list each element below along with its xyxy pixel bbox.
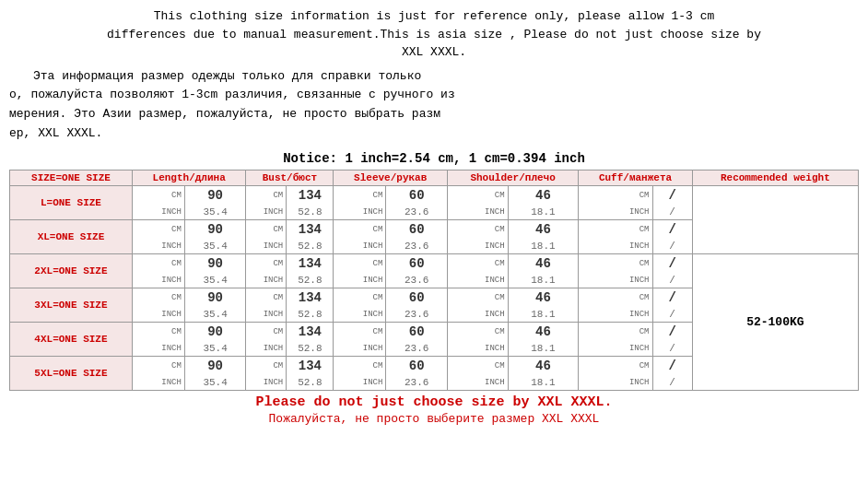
unit-cm: CM: [334, 219, 386, 239]
size-label: 5XL=ONE SIZE: [10, 356, 133, 390]
unit-inch: INCH: [334, 307, 386, 323]
value-cell: 90: [184, 288, 246, 307]
size-label: 4XL=ONE SIZE: [10, 322, 133, 356]
value-cell: 18.1: [508, 307, 579, 323]
unit-cm: CM: [447, 322, 508, 341]
header-recommended: Recommended weight: [692, 170, 858, 185]
value-cell: 18.1: [508, 205, 579, 220]
value-cell: 23.6: [386, 239, 448, 254]
value-cell: /: [652, 322, 692, 341]
value-cell: 23.6: [386, 205, 448, 220]
unit-inch: INCH: [132, 307, 184, 323]
value-cell: 23.6: [386, 375, 448, 391]
unit-inch: INCH: [132, 341, 184, 357]
value-cell: 134: [287, 219, 334, 239]
unit-cm: CM: [447, 288, 508, 307]
value-cell: /: [652, 205, 692, 220]
value-cell: 90: [184, 253, 246, 273]
unit-cm: CM: [447, 356, 508, 375]
unit-cm: CM: [132, 219, 184, 239]
value-cell: 134: [287, 322, 334, 341]
value-cell: 35.4: [184, 239, 246, 254]
unit-cm: CM: [132, 356, 184, 375]
unit-inch: INCH: [246, 375, 287, 391]
size-label: 3XL=ONE SIZE: [10, 288, 133, 322]
value-cell: 46: [508, 185, 579, 205]
value-cell: 35.4: [184, 307, 246, 323]
value-cell: 23.6: [386, 307, 448, 323]
unit-inch: INCH: [579, 205, 652, 220]
unit-inch: INCH: [334, 239, 386, 254]
unit-inch: INCH: [447, 205, 508, 220]
unit-cm: CM: [334, 356, 386, 375]
unit-inch: INCH: [246, 341, 287, 357]
unit-cm: CM: [334, 185, 386, 205]
main-container: This clothing size information is just f…: [0, 0, 868, 433]
header-cuff: Cuff/манжета: [579, 170, 692, 185]
notice-line3: XXL XXXL.: [402, 45, 466, 59]
value-cell: 60: [386, 219, 448, 239]
value-cell: 60: [386, 185, 448, 205]
unit-cm: CM: [579, 219, 652, 239]
table-row: INCH35.4INCH52.8INCH23.6INCH18.1INCH/: [10, 205, 859, 220]
unit-inch: INCH: [447, 307, 508, 323]
size-table: SIZE=ONE SIZE Length/длина Bust/бюст Sle…: [9, 170, 859, 391]
value-cell: 35.4: [184, 273, 246, 288]
size-label: L=ONE SIZE: [10, 185, 133, 219]
unit-inch: INCH: [132, 375, 184, 391]
unit-inch: INCH: [579, 375, 652, 391]
table-row: INCH35.4INCH52.8INCH23.6INCH18.1INCH/: [10, 239, 859, 254]
value-cell: /: [652, 341, 692, 357]
table-header-row: SIZE=ONE SIZE Length/длина Bust/бюст Sle…: [10, 170, 859, 185]
unit-inch: INCH: [334, 341, 386, 357]
value-cell: 134: [287, 288, 334, 307]
value-cell: /: [652, 239, 692, 254]
unit-cm: CM: [132, 288, 184, 307]
unit-cm: CM: [334, 253, 386, 273]
value-cell: 18.1: [508, 273, 579, 288]
value-cell: 35.4: [184, 341, 246, 357]
unit-inch: INCH: [447, 375, 508, 391]
value-cell: 90: [184, 356, 246, 375]
value-cell: 46: [508, 356, 579, 375]
unit-cm: CM: [132, 185, 184, 205]
unit-cm: CM: [579, 356, 652, 375]
unit-inch: INCH: [579, 239, 652, 254]
value-cell: 52.8: [287, 273, 334, 288]
russian-line4: ер, XXL XXXL.: [9, 126, 102, 140]
measurement-notice: Notice: 1 inch=2.54 cm, 1 cm=0.394 inch: [9, 151, 859, 166]
table-row: XL=ONE SIZECM90CM134CM60CM46CM/: [10, 219, 859, 239]
value-cell: 46: [508, 253, 579, 273]
notice-text: This clothing size information is just f…: [9, 7, 859, 62]
value-cell: 90: [184, 219, 246, 239]
russian-line3: мерения. Это Азии размер, пожалуйста, не…: [9, 107, 440, 121]
russian-line1: Эта информация размер одежды только для …: [33, 69, 421, 83]
value-cell: /: [652, 185, 692, 205]
recommended-weight: 52-100KG: [692, 253, 858, 390]
value-cell: /: [652, 307, 692, 323]
unit-cm: CM: [447, 253, 508, 273]
value-cell: /: [652, 375, 692, 391]
value-cell: 46: [508, 322, 579, 341]
unit-inch: INCH: [246, 205, 287, 220]
unit-cm: CM: [334, 322, 386, 341]
unit-inch: INCH: [579, 341, 652, 357]
value-cell: 134: [287, 253, 334, 273]
header-sleeve: Sleeve/рукав: [334, 170, 447, 185]
value-cell: 90: [184, 322, 246, 341]
unit-inch: INCH: [132, 239, 184, 254]
unit-cm: CM: [246, 356, 287, 375]
unit-inch: INCH: [579, 273, 652, 288]
unit-inch: INCH: [334, 375, 386, 391]
value-cell: 35.4: [184, 205, 246, 220]
value-cell: 18.1: [508, 239, 579, 254]
russian-line2: о, пожалуйста позволяют 1-3cm различия, …: [9, 88, 455, 101]
table-row: 2XL=ONE SIZECM90CM134CM60CM46CM/52-100KG: [10, 253, 859, 273]
unit-inch: INCH: [132, 205, 184, 220]
value-cell: 18.1: [508, 341, 579, 357]
unit-inch: INCH: [246, 273, 287, 288]
footer-english: Please do not just choose size by XXL XX…: [9, 394, 859, 410]
unit-inch: INCH: [334, 205, 386, 220]
value-cell: 52.8: [287, 239, 334, 254]
notice-line2: differences due to manual measurement.Th…: [107, 28, 761, 41]
